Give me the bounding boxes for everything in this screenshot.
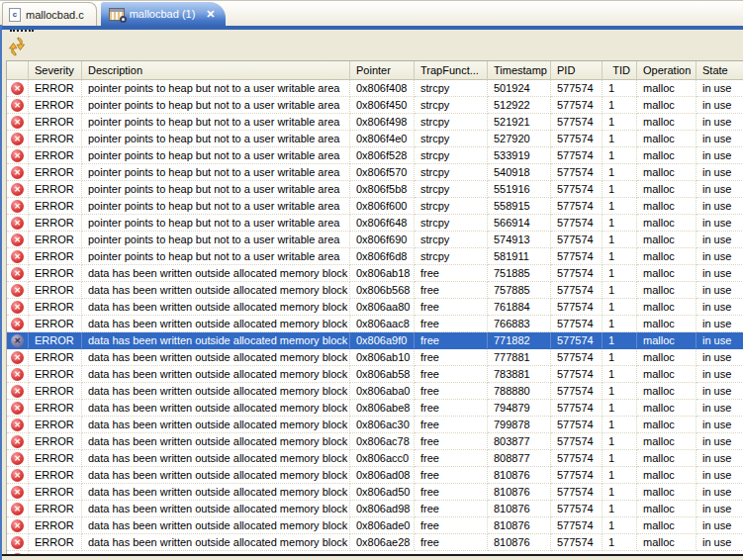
severity-icon-cell: ✕ (7, 349, 29, 366)
table-row[interactable]: ✕ERRORdata has been written outside allo… (7, 265, 743, 282)
cell-severity: ERROR (29, 198, 82, 215)
memory-analysis-view: c mallocbad.c mallocbad (1) ✕ SeverityDe… (0, 0, 743, 560)
severity-icon-cell: ✕ (7, 114, 29, 131)
column-header-description[interactable]: Description (82, 61, 350, 80)
cell-state: in use (697, 517, 743, 534)
column-header-trap_function[interactable]: TrapFunct... (415, 61, 488, 80)
cell-tid: 1 (603, 433, 637, 450)
cell-trap_function: free (415, 517, 488, 534)
table-row[interactable]: ✕ERRORdata has been written outside allo… (7, 433, 743, 450)
table-row[interactable]: ✕ERRORdata has been written outside allo… (7, 417, 743, 433)
table-row[interactable]: ✕ERRORpointer points to heap but not to … (7, 80, 743, 97)
table-row[interactable]: ✕ERRORdata has been written outside allo… (7, 366, 743, 383)
cell-description: pointer points to heap but not to a user… (82, 164, 350, 181)
cell-trap_function: strcpy (415, 131, 488, 147)
cell-operation: malloc (637, 232, 697, 248)
tab-mallocbad-1[interactable]: mallocbad (1) ✕ (101, 2, 226, 26)
table-row[interactable]: ✕ERRORdata has been written outside allo… (7, 450, 743, 467)
cell-description: data has been written outside allocated … (82, 299, 350, 316)
cell-state: in use (697, 181, 743, 198)
table-row[interactable]: ✕ERRORdata has been written outside allo… (7, 484, 743, 501)
cell-pointer: 0x806f5b8 (350, 181, 415, 198)
error-icon: ✕ (11, 133, 24, 145)
cell-timestamp: 788880 (488, 383, 551, 400)
cell-timestamp: 810876 (488, 517, 551, 534)
cell-state: in use (697, 147, 743, 164)
table-row[interactable]: ✕ERRORpointer points to heap but not to … (7, 164, 743, 181)
cell-operation: malloc (637, 467, 697, 484)
cell-tid: 1 (603, 534, 637, 551)
column-header-pid[interactable]: PID (551, 61, 603, 80)
cell-tid: 1 (603, 484, 637, 501)
table-row[interactable]: ✕ERRORdata has been written outside allo… (7, 349, 743, 366)
table-row[interactable]: ✕ERRORdata has been written outside allo… (7, 517, 743, 534)
table-row[interactable]: ✕ERRORpointer points to heap but not to … (7, 232, 743, 248)
column-header-severity[interactable]: Severity (29, 61, 82, 80)
cell-tid: 1 (603, 198, 637, 215)
table-row[interactable]: ✕ERRORpointer points to heap but not to … (7, 248, 743, 265)
table-row[interactable]: ✕ERRORpointer points to heap but not to … (7, 215, 743, 232)
table-row[interactable]: ✕ERRORdata has been written outside allo… (7, 400, 743, 417)
cell-state: in use (697, 501, 743, 517)
cell-tid: 1 (603, 147, 637, 164)
cell-timestamp: 566914 (488, 215, 551, 232)
cell-trap_function: free (415, 383, 488, 400)
cell-timestamp: 783881 (488, 366, 551, 383)
error-icon: ✕ (11, 267, 24, 280)
column-header-state[interactable]: State (697, 61, 743, 80)
cell-timestamp: 551916 (488, 181, 551, 198)
table-row[interactable]: ✕ERRORdata has been written outside allo… (7, 332, 743, 349)
cell-severity: ERROR (29, 248, 82, 265)
cell-tid: 1 (603, 97, 637, 114)
cell-pointer: 0x806acc0 (350, 450, 415, 467)
cell-timestamp: 574913 (488, 232, 551, 248)
table-row[interactable]: ✕ERRORdata has been written outside allo… (7, 534, 743, 551)
cell-description: pointer points to heap but not to a user… (82, 147, 350, 164)
cell-pid: 577574 (551, 164, 603, 181)
table-row[interactable]: ✕ERRORdata has been written outside allo… (7, 501, 743, 517)
swap-arrows-icon[interactable] (7, 36, 27, 57)
table-row[interactable]: ✕ERRORdata has been written outside allo… (7, 467, 743, 484)
cell-description: pointer points to heap but not to a user… (82, 232, 350, 248)
cell-pid: 577574 (551, 484, 603, 501)
cell-operation: malloc (637, 131, 697, 147)
cell-description: pointer points to heap but not to a user… (82, 198, 350, 215)
table-row[interactable]: ✕ERRORpointer points to heap but not to … (7, 181, 743, 198)
column-header-tid[interactable]: TID (603, 61, 637, 80)
cell-severity: ERROR (29, 383, 82, 400)
cell-tid: 1 (603, 248, 637, 265)
cell-operation: malloc (637, 400, 697, 417)
column-header-operation[interactable]: Operation (637, 61, 697, 80)
cell-operation: malloc (637, 282, 697, 299)
tab-mallocbad-c[interactable]: c mallocbad.c (2, 2, 97, 26)
error-icon: ✕ (11, 116, 24, 129)
cell-tid: 1 (603, 450, 637, 467)
cell-trap_function: strcpy (415, 215, 488, 232)
cell-timestamp: 799878 (488, 417, 551, 433)
table-row[interactable]: ✕ERRORdata has been written outside allo… (7, 316, 743, 332)
cell-pid: 577574 (551, 181, 603, 198)
cell-description: pointer points to heap but not to a user… (82, 131, 350, 147)
table-row[interactable]: ✕ERRORdata has been written outside allo… (7, 383, 743, 400)
table-row[interactable]: ✕ERRORpointer points to heap but not to … (7, 131, 743, 147)
table-row[interactable]: ✕ERRORdata has been written outside allo… (7, 299, 743, 316)
cell-pid: 577574 (551, 114, 603, 131)
cell-pointer: 0x806f690 (350, 232, 415, 248)
table-row[interactable]: ✕ERRORpointer points to heap but not to … (7, 147, 743, 164)
cell-timestamp: 540918 (488, 164, 551, 181)
table-row[interactable]: ✕ERRORpointer points to heap but not to … (7, 114, 743, 131)
table-row[interactable]: ✕ERRORdata has been written outside allo… (7, 282, 743, 299)
column-header-pointer[interactable]: Pointer (350, 61, 415, 80)
cell-severity: ERROR (29, 265, 82, 282)
cell-pointer: 0x806aba0 (350, 383, 415, 400)
cell-operation: malloc (637, 349, 697, 366)
table-row[interactable]: ✕ERRORpointer points to heap but not to … (7, 198, 743, 215)
table-row[interactable]: ✕ERRORpointer points to heap but not to … (7, 97, 743, 114)
close-icon[interactable]: ✕ (206, 8, 215, 21)
cell-timestamp: 810876 (488, 467, 551, 484)
column-header-icon[interactable] (7, 61, 29, 80)
severity-icon-cell: ✕ (7, 198, 29, 215)
cell-pointer: 0x806f6d8 (350, 248, 415, 265)
cell-timestamp: 810876 (488, 501, 551, 517)
column-header-timestamp[interactable]: Timestamp (488, 61, 551, 80)
